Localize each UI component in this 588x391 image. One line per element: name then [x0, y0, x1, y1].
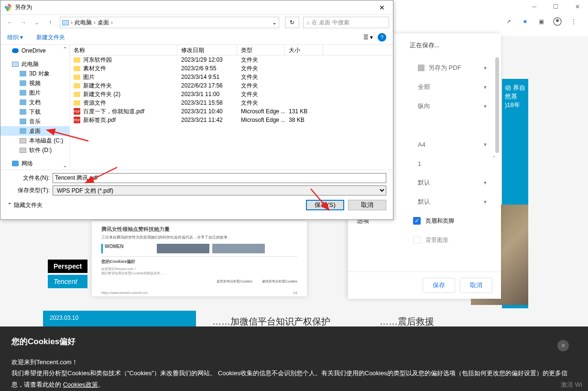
file-row[interactable]: 新建文件夹2022/6/23 17:56文件夹: [70, 81, 393, 90]
cancel-button[interactable]: 取消: [348, 200, 386, 210]
chevron-down-icon: ▼: [483, 65, 488, 71]
print-zoom-select[interactable]: 默认▼: [413, 194, 492, 209]
folder-icon: [74, 100, 80, 106]
column-size[interactable]: 大小: [285, 45, 323, 55]
reading-list-icon[interactable]: ▣: [536, 17, 546, 26]
print-paper-select[interactable]: A4▼: [413, 137, 492, 152]
preview-sub: 三位来自腾讯的女性为您呈现她们的科技社会价值代表，分享了自己的故事。: [101, 235, 297, 240]
print-scrollbar[interactable]: [495, 57, 500, 270]
file-row[interactable]: 图片2023/3/14 9:51文件夹: [70, 73, 393, 81]
folder-icon: [74, 57, 80, 63]
scroll-up-icon[interactable]: ⌃: [62, 46, 68, 53]
windows-activation-watermark: 激活 Wi: [561, 380, 582, 389]
view-mode-button[interactable]: ☰ ▾: [363, 34, 373, 41]
cookie-welcome: 欢迎来到Tencent.com！: [11, 357, 577, 368]
scroll-down-icon[interactable]: ⌄: [62, 162, 68, 169]
profile-icon[interactable]: [553, 17, 562, 26]
print-destination-select[interactable]: 另存为 PDF ▼: [413, 60, 492, 76]
headers-checkbox[interactable]: ✓: [413, 217, 421, 225]
dialog-close-button[interactable]: ✕: [375, 4, 389, 11]
filename-label: 文件名(N):: [7, 174, 53, 182]
cookie-close-button[interactable]: ✕: [557, 340, 569, 351]
sidebar-item-文档[interactable]: 文档: [0, 98, 69, 107]
new-folder-button[interactable]: 新建文件夹: [36, 33, 65, 42]
organize-button[interactable]: 组织 ▾: [7, 33, 23, 42]
background-label: 背景图形: [425, 236, 448, 244]
filetype-select[interactable]: WPS PDF 文档 (*.pdf): [53, 185, 386, 196]
svg-point-7: [8, 7, 9, 8]
file-row[interactable]: PDF百度一下，你就知道.pdf2023/3/21 10:40Microsoft…: [70, 107, 393, 116]
close-window-button[interactable]: ✕: [566, 0, 588, 13]
dialog-title: 另存为: [15, 3, 375, 11]
cookie-banner: 您的Cookies偏好 欢迎来到Tencent.com！ 我们希望使用分析型Co…: [0, 326, 588, 391]
file-list[interactable]: 名称 修改日期 类型 大小 河东软件园2023/1/29 12:03文件夹素材文…: [70, 45, 393, 170]
share-icon[interactable]: ↗: [504, 17, 513, 26]
nav-recent-button[interactable]: ⌄: [31, 17, 43, 28]
breadcrumb-root[interactable]: 此电脑: [75, 19, 92, 27]
breadcrumb-current[interactable]: 桌面: [98, 19, 109, 27]
preview-decline: 谢绝所有分析型Cookies: [262, 279, 297, 284]
save-button[interactable]: 保存(S): [306, 200, 344, 210]
sidebar-item-视频[interactable]: 视频: [0, 78, 69, 88]
headers-label: 页眉和页脚: [425, 217, 454, 225]
file-row[interactable]: 新建文件夹 (2)2023/3/1 11:00文件夹: [70, 90, 393, 98]
pdf-file-icon: PDF: [74, 117, 80, 123]
sidebar-item-下载[interactable]: 下载: [0, 107, 69, 117]
svg-rect-2: [418, 65, 425, 71]
pdf-icon: [418, 65, 425, 71]
tencent-label: Tencent: [48, 275, 87, 288]
file-row[interactable]: 资源文件2023/3/21 15:58文件夹: [70, 98, 393, 107]
pdf-file-icon: PDF: [74, 108, 80, 115]
filename-input[interactable]: [53, 173, 386, 183]
card-date: 2023.03.10: [43, 311, 196, 325]
sidebar-item-本地磁盘 (C:)[interactable]: 本地磁盘 (C:): [0, 136, 69, 145]
hide-folders-toggle[interactable]: ⌃ 隐藏文件夹: [7, 201, 43, 209]
filetype-label: 保存类型(T):: [7, 186, 53, 195]
preview-cookie-title: 您的Cookies偏好: [101, 256, 297, 265]
sidebar-item-3D 对象[interactable]: 3D 对象: [0, 69, 69, 78]
bookmark-star-icon[interactable]: ★: [520, 17, 530, 26]
search-input[interactable]: ⌕ 在 桌面 中搜索: [303, 17, 389, 28]
sidebar-item-此电脑[interactable]: 此电脑: [0, 59, 69, 69]
file-row[interactable]: PDF新标签页.pdf2023/3/21 11:42Microsoft Edge…: [70, 116, 393, 124]
background-checkbox[interactable]: [413, 236, 421, 244]
path-dropdown-icon[interactable]: ⌄: [272, 19, 277, 26]
svg-point-1: [556, 19, 559, 22]
preview-url: https://www.tencent.com/zh-cn/: [101, 291, 148, 294]
column-date[interactable]: 修改日期: [177, 45, 237, 55]
print-pages-select[interactable]: 全部▼: [413, 79, 492, 95]
print-layout-select[interactable]: 纵向▼: [413, 98, 492, 114]
column-name[interactable]: 名称: [70, 45, 177, 55]
chrome-menu-icon[interactable]: ⋮: [569, 17, 578, 26]
sidebar-item-OneDrive[interactable]: OneDrive: [0, 46, 69, 55]
print-sheets-value: 1: [413, 156, 492, 171]
address-bar[interactable]: › 此电脑 › 桌面 › ⌄: [60, 17, 279, 28]
sidebar-item-桌面[interactable]: 桌面: [0, 126, 69, 136]
column-type[interactable]: 类型: [237, 45, 285, 55]
computer-icon: [62, 20, 69, 25]
refresh-button[interactable]: ↻: [285, 17, 299, 28]
nav-back-button[interactable]: ←: [4, 17, 16, 28]
help-button[interactable]: ?: [378, 33, 386, 42]
folder-tree[interactable]: ⌃ OneDrive此电脑3D 对象视频图片文档下载音乐桌面本地磁盘 (C:)软…: [0, 45, 70, 170]
chevron-up-icon: ⌃: [7, 202, 12, 208]
maximize-button[interactable]: ☐: [545, 0, 566, 13]
sidebar-item-音乐[interactable]: 音乐: [0, 117, 69, 126]
sidebar-item-软件 (D:)[interactable]: 软件 (D:): [0, 145, 69, 155]
chrome-logo-icon: [4, 4, 12, 11]
file-row[interactable]: 素材文件2023/2/6 9:55文件夹: [70, 64, 393, 73]
folder-icon: [74, 66, 80, 71]
preview-women: WOMEN: [101, 244, 154, 253]
print-save-button[interactable]: 保存: [423, 278, 455, 293]
nav-up-button[interactable]: ↑: [44, 17, 56, 28]
sidebar-item-网络[interactable]: 网络: [0, 159, 69, 168]
save-as-dialog: 另存为 ✕ ← → ⌄ ↑ › 此电脑 › 桌面 › ⌄ ↻ ⌕ 在 桌面 中搜…: [0, 0, 393, 220]
print-cancel-button[interactable]: 取消: [460, 278, 492, 293]
sidebar-item-图片[interactable]: 图片: [0, 88, 69, 98]
nav-forward-button[interactable]: →: [18, 17, 29, 28]
cookie-policy-link[interactable]: Cookies政策: [63, 381, 98, 388]
print-margin-select[interactable]: 默认▼: [413, 175, 492, 190]
file-row[interactable]: 河东软件园2023/1/29 12:03文件夹: [70, 55, 393, 64]
minimize-button[interactable]: ─: [523, 0, 545, 13]
folder-icon: [74, 75, 80, 80]
